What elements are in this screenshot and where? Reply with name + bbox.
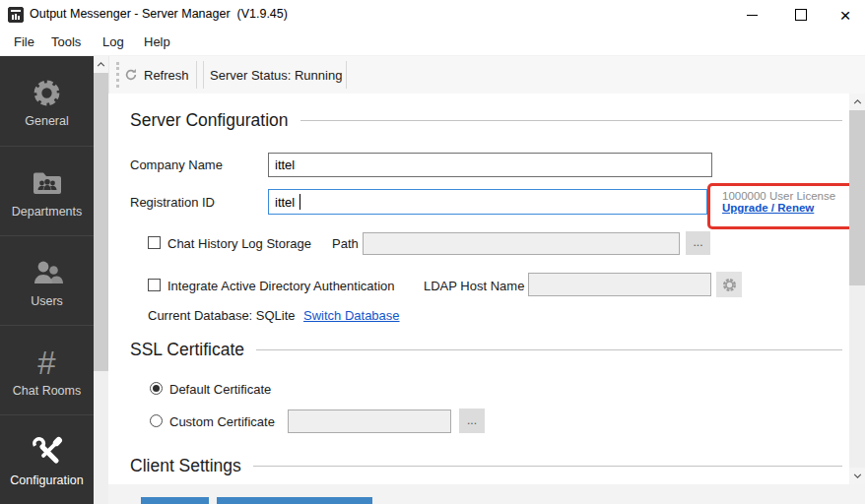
license-count-text: 1000000 User License xyxy=(722,190,852,202)
path-label: Path xyxy=(332,236,359,251)
menu-log[interactable]: Log xyxy=(102,34,124,49)
default-certificate-label: Default Certificate xyxy=(169,382,271,397)
section-ssl-certificate: SSL Certificate xyxy=(130,340,842,360)
current-database-text: Current Database: SQLite xyxy=(148,308,296,323)
app-icon xyxy=(8,7,24,23)
minimize-button[interactable] xyxy=(735,2,768,28)
path-browse-button[interactable]: ... xyxy=(686,231,710,255)
section-server-configuration: Server Configuration xyxy=(130,110,842,131)
server-configuration-panel: Server Configuration Company Name Regist… xyxy=(108,94,849,484)
scroll-up-icon[interactable] xyxy=(849,94,865,110)
sidebar-item-general[interactable]: General xyxy=(0,56,94,146)
action-button-1[interactable] xyxy=(141,497,209,504)
section-title: Server Configuration xyxy=(130,110,289,131)
refresh-icon xyxy=(124,68,138,82)
sidebar-scrollbar[interactable] xyxy=(94,56,108,504)
sidebar-scrollbar-thumb[interactable] xyxy=(94,73,108,371)
ldap-host-input[interactable] xyxy=(528,273,711,296)
close-button[interactable]: × xyxy=(829,2,862,28)
sidebar-label: General xyxy=(0,114,94,128)
sidebar-item-users[interactable]: Users xyxy=(0,235,94,326)
toolbar-separator xyxy=(196,61,197,89)
content-scrollbar[interactable] xyxy=(849,94,865,484)
custom-certificate-label: Custom Certificate xyxy=(169,414,275,429)
refresh-button[interactable]: Refresh xyxy=(124,62,189,88)
section-rule xyxy=(300,120,843,121)
users-icon xyxy=(0,255,94,290)
certificate-browse-button[interactable]: ... xyxy=(459,409,485,433)
default-certificate-radio[interactable] xyxy=(150,382,163,395)
menu-bar: File Tools Log Help xyxy=(0,30,865,56)
maximize-icon xyxy=(795,9,807,21)
section-title: Client Settings xyxy=(130,456,241,476)
ad-auth-label: Integrate Active Directory Authenticatio… xyxy=(167,279,395,293)
server-status: Server Status: Running xyxy=(210,62,342,88)
sidebar-label: Configuration xyxy=(0,473,94,487)
company-name-input[interactable] xyxy=(268,153,712,177)
toolbar-separator xyxy=(203,61,204,89)
section-title: SSL Certificate xyxy=(130,340,244,360)
ldap-host-label: LDAP Host Name xyxy=(424,279,524,293)
ldap-settings-button[interactable] xyxy=(716,272,742,297)
sidebar-item-chat-rooms[interactable]: # Chat Rooms xyxy=(0,325,94,415)
toolbar-separator xyxy=(346,61,347,89)
license-annotation-box: 1000000 User License Upgrade / Renew xyxy=(707,183,855,229)
toolbar: Refresh Server Status: Running xyxy=(108,56,865,94)
departments-icon xyxy=(0,165,94,201)
upgrade-renew-link[interactable]: Upgrade / Renew xyxy=(722,202,852,214)
action-button-2[interactable] xyxy=(217,497,372,504)
section-rule xyxy=(253,466,842,467)
chat-history-checkbox[interactable] xyxy=(148,236,161,249)
sidebar: General Departments xyxy=(0,56,94,504)
sidebar-item-departments[interactable]: Departments xyxy=(0,146,94,236)
sidebar-label: Chat Rooms xyxy=(0,384,94,398)
tools-icon xyxy=(0,434,94,470)
menu-help[interactable]: Help xyxy=(144,34,170,49)
switch-database-link[interactable]: Switch Database xyxy=(303,308,400,323)
menu-file[interactable]: File xyxy=(14,34,34,49)
sidebar-label: Departments xyxy=(0,205,94,219)
ad-auth-checkbox[interactable] xyxy=(148,279,161,291)
scroll-down-icon[interactable] xyxy=(849,468,865,484)
section-client-settings: Client Settings xyxy=(130,456,842,476)
registration-id-label: Registration ID xyxy=(130,195,215,210)
sidebar-item-configuration[interactable]: Configuration xyxy=(0,414,94,504)
menu-tools[interactable]: Tools xyxy=(51,34,81,49)
company-name-label: Company Name xyxy=(130,158,223,172)
hash-icon: # xyxy=(0,345,94,380)
custom-certificate-input[interactable] xyxy=(288,410,451,433)
chat-history-label: Chat History Log Storage xyxy=(167,236,311,251)
app-window: Output Messenger - Server Manager (V1.9.… xyxy=(0,0,865,504)
minimize-icon xyxy=(747,15,758,16)
bottom-action-bar xyxy=(108,484,865,504)
close-icon: × xyxy=(839,6,850,25)
maximize-button[interactable] xyxy=(784,2,818,28)
gear-icon xyxy=(0,75,94,110)
toolbar-grip[interactable] xyxy=(116,62,119,88)
text-caret xyxy=(299,194,300,210)
registration-id-input[interactable] xyxy=(268,189,707,215)
content-scrollbar-thumb[interactable] xyxy=(849,110,865,285)
sidebar-label: Users xyxy=(0,294,94,308)
gear-icon xyxy=(721,277,738,293)
title-bar[interactable]: Output Messenger - Server Manager (V1.9.… xyxy=(0,0,865,30)
window-title: Output Messenger - Server Manager (V1.9.… xyxy=(30,7,288,21)
refresh-label: Refresh xyxy=(144,68,189,83)
section-rule xyxy=(256,349,842,350)
scroll-up-icon[interactable] xyxy=(94,56,108,73)
custom-certificate-radio[interactable] xyxy=(150,414,163,427)
path-input[interactable] xyxy=(363,232,680,255)
